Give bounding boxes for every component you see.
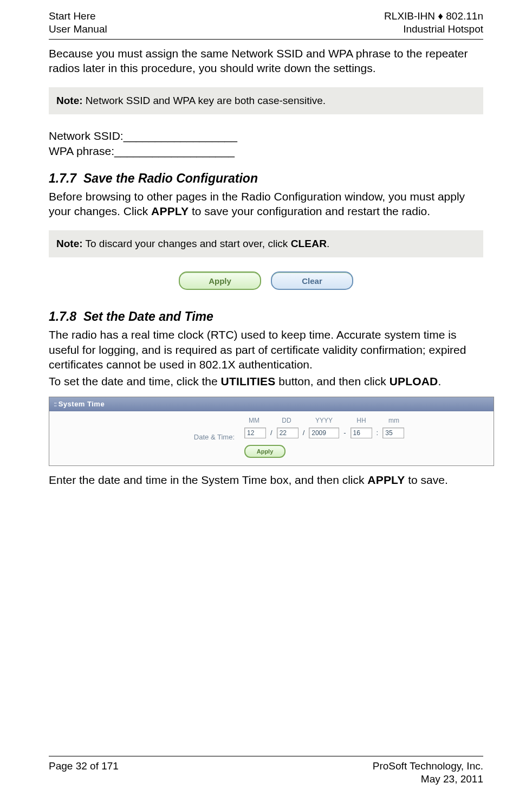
apply-clear-button-row: Apply Clear <box>49 271 483 290</box>
footer-right: ProSoft Technology, Inc. May 23, 2011 <box>373 760 483 786</box>
footer-left: Page 32 of 171 <box>49 760 119 786</box>
note2-label: Note: <box>56 238 83 249</box>
col-hh: HH <box>352 417 371 424</box>
system-time-apply-button[interactable]: Apply <box>244 445 286 458</box>
header-left: Start Here User Manual <box>49 10 107 36</box>
col-dd: DD <box>277 417 296 424</box>
date-time-label: Date & Time: <box>61 433 239 441</box>
header-divider <box>49 39 483 40</box>
after-post: to save. <box>405 474 447 486</box>
page-footer: Page 32 of 171 ProSoft Technology, Inc. … <box>49 756 483 786</box>
para-post: to save your configuration and restart t… <box>189 205 430 217</box>
clear-button[interactable]: Clear <box>271 271 353 290</box>
note-label: Note: <box>56 95 83 106</box>
sep-slash1: / <box>270 429 273 437</box>
date-time-input-row: / / - : <box>244 428 404 438</box>
apply-word: APPLY <box>151 205 189 217</box>
section-178-para2: To set the date and time, click the UTIL… <box>49 374 483 389</box>
page-header: Start Here User Manual RLXIB-IHN ♦ 802.1… <box>49 10 483 36</box>
after-apply: APPLY <box>367 474 405 486</box>
section-title-177: Save the Radio Configuration <box>83 171 258 185</box>
note-ssid-case: Note: Network SSID and WPA key are both … <box>49 87 483 114</box>
section-number-177: 1.7.7 <box>49 171 76 185</box>
section-heading-177: 1.7.7 Save the Radio Configuration <box>49 171 483 186</box>
utilities-word: UTILITIES <box>221 375 276 387</box>
col-min: mm <box>384 417 404 424</box>
p2-pre: To set the date and time, click the <box>49 375 221 387</box>
header-right-line1: RLXIB-IHN ♦ 802.11n <box>384 10 483 23</box>
year-input[interactable] <box>309 428 339 438</box>
note2-post: . <box>327 238 329 249</box>
header-right: RLXIB-IHN ♦ 802.11n Industrial Hotspot <box>384 10 483 36</box>
date-time-column-headers: MM DD YYYY HH mm <box>244 417 404 424</box>
sep-colon: : <box>377 429 379 437</box>
note-clear: Note: To discard your changes and start … <box>49 230 483 257</box>
footer-company: ProSoft Technology, Inc. <box>373 760 483 773</box>
apply-button[interactable]: Apply <box>179 271 261 290</box>
blank-ssid-line: Network SSID:__________________ <box>49 128 483 144</box>
month-input[interactable] <box>244 428 266 438</box>
col-yyyy: YYYY <box>309 417 339 424</box>
section-number-178: 1.7.8 <box>49 309 76 323</box>
section-heading-178: 1.7.8 Set the Date and Time <box>49 309 483 324</box>
section-title-178: Set the Date and Time <box>83 309 213 323</box>
day-input[interactable] <box>277 428 299 438</box>
hour-input[interactable] <box>351 428 372 438</box>
upload-word: UPLOAD <box>390 375 438 387</box>
section-178-para1: The radio has a real time clock (RTC) us… <box>49 327 483 372</box>
system-time-header: ::System Time <box>49 397 494 411</box>
col-mm: MM <box>244 417 264 424</box>
footer-date: May 23, 2011 <box>373 773 483 786</box>
section-177-paragraph: Before browsing to other pages in the Ra… <box>49 189 483 219</box>
clear-word: CLEAR <box>291 238 327 249</box>
header-right-line2: Industrial Hotspot <box>384 23 483 36</box>
footer-divider <box>49 756 483 756</box>
minute-input[interactable] <box>382 428 404 438</box>
intro-paragraph: Because you must assign the same Network… <box>49 46 483 76</box>
note2-pre: To discard your changes and start over, … <box>83 238 291 249</box>
note-text: Network SSID and WPA key are both case-s… <box>83 95 326 106</box>
header-left-line2: User Manual <box>49 23 107 36</box>
sep-slash2: / <box>303 429 305 437</box>
blank-wpa-line: WPA phrase:___________________ <box>49 144 483 159</box>
after-pre: Enter the date and time in the System Ti… <box>49 474 367 486</box>
p2-post: . <box>438 375 442 387</box>
p2-mid: button, and then click <box>275 375 389 387</box>
system-time-panel: ::System Time Date & Time: MM DD YYYY HH… <box>49 397 494 466</box>
sep-dash: - <box>343 429 346 437</box>
after-panel-text: Enter the date and time in the System Ti… <box>49 473 483 487</box>
header-left-line1: Start Here <box>49 10 107 23</box>
panel-grip-icon: :: <box>54 400 56 408</box>
system-time-title: System Time <box>59 400 105 408</box>
